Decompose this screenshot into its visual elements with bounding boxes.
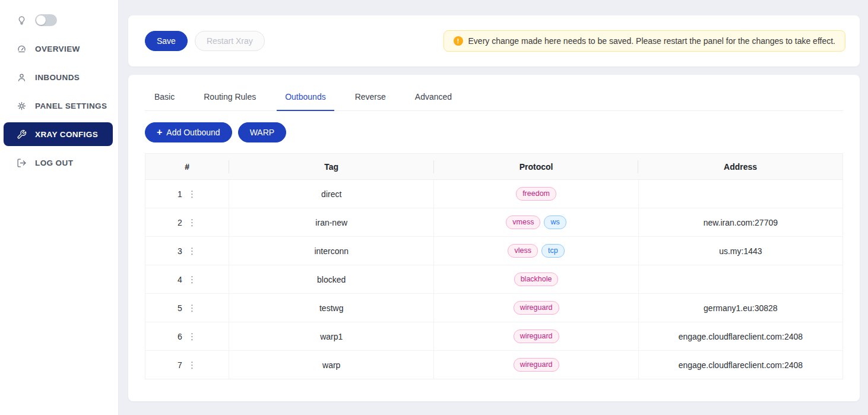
sidebar-item-label: OVERVIEW <box>35 45 80 53</box>
outbounds-table-body: 1 ⋮ direct freedom 2 ⋮ iran-new vmessws … <box>145 180 843 379</box>
row-address: us.my:1443 <box>638 237 842 265</box>
row-protocols: vlesstcp <box>434 237 638 265</box>
row-tag: iran-new <box>229 208 434 237</box>
tabs: Basic Routing Rules Outbounds Reverse Ad… <box>145 83 843 111</box>
sidebar-item-overview[interactable]: OVERVIEW <box>4 37 113 61</box>
table-row: 3 ⋮ interconn vlesstcp us.my:1443 <box>145 237 843 265</box>
row-protocols: vmessws <box>434 208 638 237</box>
table-row: 4 ⋮ blocked blackhole <box>145 265 843 294</box>
lightbulb-icon <box>17 15 27 26</box>
warp-button[interactable]: WARP <box>238 122 286 142</box>
header-protocol: Protocol <box>434 154 638 180</box>
table-row: 7 ⋮ warp wireguard engage.cloudflareclie… <box>145 351 843 379</box>
row-menu-icon[interactable]: ⋮ <box>188 332 197 341</box>
row-address: engage.cloudflareclient.com:2408 <box>638 322 842 351</box>
row-number: 1 <box>178 189 182 199</box>
sidebar-item-label: PANEL SETTINGS <box>35 102 107 110</box>
protocol-badge: freedom <box>516 187 556 201</box>
alert-text: Every change made here needs to be saved… <box>468 36 835 46</box>
wrench-icon <box>17 129 27 140</box>
protocol-badge: wireguard <box>514 358 559 372</box>
outbounds-table: # Tag Protocol Address 1 ⋮ direct freedo… <box>145 153 843 379</box>
row-menu-icon[interactable]: ⋮ <box>188 218 197 227</box>
sidebar-item-inbounds[interactable]: INBOUNDS <box>4 65 113 89</box>
sidebar: OVERVIEW INBOUNDS PANEL SET <box>0 0 119 415</box>
row-number: 5 <box>178 303 182 313</box>
row-address: engage.cloudflareclient.com:2408 <box>638 351 842 379</box>
row-protocols: freedom <box>434 180 638 208</box>
sidebar-item-label: LOG OUT <box>35 159 73 167</box>
sidebar-item-log-out[interactable]: LOG OUT <box>4 151 113 175</box>
row-number: 7 <box>178 360 182 370</box>
header-tag: Tag <box>229 154 434 180</box>
sidebar-menu: OVERVIEW INBOUNDS PANEL SET <box>0 37 118 175</box>
row-address: germany1.eu:30828 <box>638 294 842 322</box>
sidebar-item-xray-configs[interactable]: XRAY CONFIGS <box>4 122 113 146</box>
row-protocols: wireguard <box>434 322 638 351</box>
theme-toggle[interactable] <box>35 14 57 26</box>
row-menu-icon[interactable]: ⋮ <box>188 246 197 255</box>
restart-xray-button[interactable]: Restart Xray <box>195 31 265 51</box>
theme-toggle-knob <box>36 15 46 25</box>
unsaved-changes-alert: ! Every change made here needs to be sav… <box>443 30 845 52</box>
warning-icon: ! <box>454 36 463 46</box>
gear-icon <box>17 101 27 111</box>
xray-configs-card: Basic Routing Rules Outbounds Reverse Ad… <box>128 75 860 401</box>
table-row: 1 ⋮ direct freedom <box>145 180 843 208</box>
header-number: # <box>145 154 229 180</box>
protocol-badge: ws <box>544 216 566 230</box>
row-menu-icon[interactable]: ⋮ <box>188 360 197 369</box>
logout-icon <box>17 158 27 168</box>
row-tag: warp1 <box>229 322 434 351</box>
row-number: 3 <box>178 246 182 256</box>
row-tag: direct <box>229 180 434 208</box>
table-row: 5 ⋮ testwg wireguard germany1.eu:30828 <box>145 294 843 322</box>
outbound-actions: + Add Outbound WARP <box>145 122 843 142</box>
tab-reverse[interactable]: Reverse <box>346 83 395 110</box>
protocol-badge: wireguard <box>514 330 559 344</box>
sidebar-item-panel-settings[interactable]: PANEL SETTINGS <box>4 94 113 118</box>
toolbar-card: Save Restart Xray ! Every change made he… <box>128 15 860 66</box>
row-number: 6 <box>178 332 182 341</box>
tab-basic[interactable]: Basic <box>145 83 184 110</box>
sidebar-item-label: INBOUNDS <box>35 73 80 82</box>
row-protocols: wireguard <box>434 294 638 322</box>
row-menu-icon[interactable]: ⋮ <box>188 275 197 284</box>
protocol-badge: vmess <box>506 216 540 230</box>
tab-outbounds[interactable]: Outbounds <box>275 83 335 110</box>
row-menu-icon[interactable]: ⋮ <box>188 189 197 198</box>
header-address: Address <box>638 154 842 180</box>
row-tag: warp <box>229 351 434 379</box>
protocol-badge: tcp <box>541 244 565 258</box>
row-tag: testwg <box>229 294 434 322</box>
row-address <box>638 265 842 294</box>
table-row: 2 ⋮ iran-new vmessws new.iran.com:27709 <box>145 208 843 237</box>
row-number: 4 <box>178 275 182 284</box>
plus-icon: + <box>157 128 162 137</box>
protocol-badge: vless <box>508 244 537 258</box>
tab-advanced[interactable]: Advanced <box>406 83 461 110</box>
outbounds-table-header: # Tag Protocol Address <box>145 154 843 180</box>
save-button[interactable]: Save <box>145 31 188 51</box>
sidebar-item-label: XRAY CONFIGS <box>35 130 98 139</box>
row-menu-icon[interactable]: ⋮ <box>188 303 197 312</box>
row-address <box>638 180 842 208</box>
row-protocols: wireguard <box>434 351 638 379</box>
table-row: 6 ⋮ warp1 wireguard engage.cloudflarecli… <box>145 322 843 351</box>
add-outbound-label: Add Outbound <box>166 128 220 137</box>
row-tag: blocked <box>229 265 434 294</box>
gauge-icon <box>17 44 27 54</box>
protocol-badge: wireguard <box>514 301 559 315</box>
theme-row <box>0 12 118 37</box>
tab-routing-rules[interactable]: Routing Rules <box>194 83 265 110</box>
protocol-badge: blackhole <box>514 273 559 287</box>
main-content: Save Restart Xray ! Every change made he… <box>119 0 868 415</box>
row-number: 2 <box>178 218 182 227</box>
toolbar-buttons: Save Restart Xray <box>145 31 265 51</box>
row-tag: interconn <box>229 237 434 265</box>
row-protocols: blackhole <box>434 265 638 294</box>
user-icon <box>17 72 27 83</box>
add-outbound-button[interactable]: + Add Outbound <box>145 122 232 142</box>
row-address: new.iran.com:27709 <box>638 208 842 237</box>
